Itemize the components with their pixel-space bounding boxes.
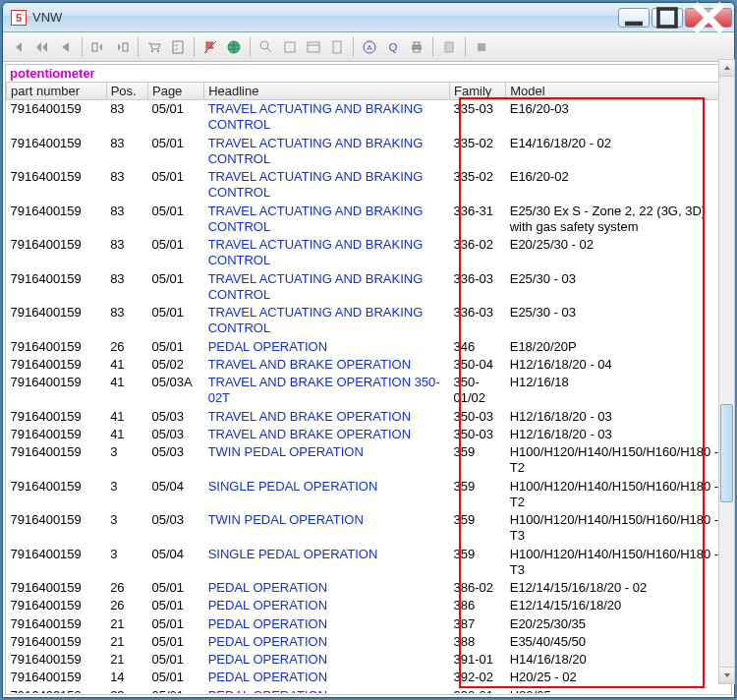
table-row[interactable]: 79164001598305/01TRAVEL ACTUATING AND BR… xyxy=(7,135,731,169)
minimize-button[interactable] xyxy=(618,8,650,28)
vertical-scrollbar[interactable] xyxy=(718,59,735,684)
svg-text:A: A xyxy=(367,43,372,52)
cell-pos: 3 xyxy=(106,511,147,546)
table-row[interactable]: 7916400159305/04SINGLE PEDAL OPERATION35… xyxy=(7,546,731,580)
note-icon[interactable] xyxy=(439,37,459,57)
table-row[interactable]: 79164001591405/01PEDAL OPERATION392-02H2… xyxy=(7,669,731,686)
cell-pos: 21 xyxy=(106,633,147,651)
svg-rect-23 xyxy=(445,42,453,52)
cell-pos: 83 xyxy=(106,270,147,305)
scroll-down-arrow[interactable] xyxy=(719,667,734,683)
cell-hl: TRAVEL ACTUATING AND BRAKING CONTROL xyxy=(204,135,450,169)
cell-fam: 350-01/02 xyxy=(450,374,506,408)
cell-pn: 7916400159 xyxy=(7,651,107,669)
checklist-icon[interactable] xyxy=(168,37,188,57)
maximize-button[interactable] xyxy=(652,8,683,28)
table-row[interactable]: 79164001594105/03TRAVEL AND BRAKE OPERAT… xyxy=(7,426,731,443)
search-term-label: potentiometer xyxy=(6,65,731,82)
stop-icon[interactable] xyxy=(472,37,491,57)
table-row[interactable]: 79164001592105/01PEDAL OPERATION387E20/2… xyxy=(7,615,731,633)
col-family[interactable]: Family xyxy=(450,83,506,100)
results-table: part number Pos. Page Headline Family Mo… xyxy=(6,82,731,693)
cart-icon[interactable] xyxy=(144,37,164,57)
table-row[interactable]: 79164001593305/01PEDAL OPERATION392-01H2… xyxy=(7,687,731,694)
cell-fam: 350-03 xyxy=(450,408,506,426)
flag-off-icon[interactable] xyxy=(200,37,220,57)
col-pos[interactable]: Pos. xyxy=(106,83,147,100)
cell-mod: E16/20-03 xyxy=(506,100,731,135)
table-row[interactable]: 79164001594105/03TRAVEL AND BRAKE OPERAT… xyxy=(7,408,731,426)
expand-icon[interactable] xyxy=(112,37,132,57)
cell-pn: 7916400159 xyxy=(7,426,107,443)
table-row[interactable]: 7916400159305/03TWIN PEDAL OPERATION359H… xyxy=(7,511,731,546)
svg-rect-16 xyxy=(333,41,341,53)
cell-pos: 83 xyxy=(106,304,147,338)
table-row[interactable]: 79164001594105/03ATRAVEL AND BRAKE OPERA… xyxy=(7,374,731,408)
cell-pos: 41 xyxy=(106,356,147,374)
collapse-icon[interactable] xyxy=(88,37,108,57)
cell-fam: 335-02 xyxy=(450,135,506,169)
scroll-up-arrow[interactable] xyxy=(719,60,734,77)
cell-fam: 359 xyxy=(450,546,506,580)
table-row[interactable]: 79164001592605/01PEDAL OPERATION386-02E1… xyxy=(7,579,731,597)
svg-rect-8 xyxy=(173,41,183,53)
table-row[interactable]: 79164001598305/01TRAVEL ACTUATING AND BR… xyxy=(7,304,731,338)
sheet-icon[interactable] xyxy=(327,37,347,57)
window-icon[interactable] xyxy=(304,37,323,57)
cell-fam: 388 xyxy=(450,633,506,651)
col-page[interactable]: Page xyxy=(147,83,203,100)
cell-hl: TRAVEL ACTUATING AND BRAKING CONTROL xyxy=(204,304,450,338)
table-row[interactable]: 79164001592105/01PEDAL OPERATION391-01H1… xyxy=(7,651,731,669)
cell-fam: 387 xyxy=(450,615,506,633)
zoom-icon[interactable] xyxy=(256,37,276,57)
table-row[interactable]: 79164001594105/02TRAVEL AND BRAKE OPERAT… xyxy=(7,356,731,374)
cell-fam: 386-02 xyxy=(450,579,506,597)
scroll-thumb[interactable] xyxy=(720,404,733,502)
cell-mod: E35/40/45/50 xyxy=(506,633,731,651)
cell-hl: TRAVEL AND BRAKE OPERATION 350-02T xyxy=(204,374,450,408)
nav-first-icon[interactable] xyxy=(9,37,28,57)
table-row[interactable]: 79164001592605/01PEDAL OPERATION346E18/2… xyxy=(7,338,731,356)
globe-icon[interactable] xyxy=(224,37,244,57)
cell-hl: SINGLE PEDAL OPERATION xyxy=(204,546,450,580)
table-row[interactable]: 79164001598305/01TRAVEL ACTUATING AND BR… xyxy=(7,100,731,135)
table-row[interactable]: 79164001592605/01PEDAL OPERATION386E12/1… xyxy=(7,597,731,614)
window-title: VNW xyxy=(32,10,618,25)
col-partnumber[interactable]: part number xyxy=(7,83,107,100)
col-model[interactable]: Model xyxy=(506,83,731,100)
print-icon[interactable] xyxy=(407,37,426,57)
close-button[interactable] xyxy=(685,8,732,28)
table-row[interactable]: 79164001598305/01TRAVEL ACTUATING AND BR… xyxy=(7,168,731,203)
svg-text:Q: Q xyxy=(389,41,398,53)
table-row[interactable]: 79164001598305/01TRAVEL ACTUATING AND BR… xyxy=(7,236,731,270)
fit-icon[interactable] xyxy=(280,37,300,57)
table-row[interactable]: 79164001598305/01TRAVEL ACTUATING AND BR… xyxy=(7,203,731,237)
cell-fam: 392-01 xyxy=(450,687,506,694)
cell-page: 05/01 xyxy=(147,203,203,237)
cell-hl: PEDAL OPERATION xyxy=(204,633,450,651)
nav-prev-icon[interactable] xyxy=(56,37,76,57)
cell-pos: 83 xyxy=(106,203,147,237)
window: 5 VNW A Q potentiometer xyxy=(2,2,735,698)
col-headline[interactable]: Headline xyxy=(204,83,450,100)
table-row[interactable]: 79164001592105/01PEDAL OPERATION388E35/4… xyxy=(7,633,731,651)
text-icon[interactable]: Q xyxy=(383,37,403,57)
svg-rect-21 xyxy=(414,42,420,45)
cell-mod: H12/16/18/20 - 03 xyxy=(506,426,731,443)
table-row[interactable]: 79164001598305/01TRAVEL ACTUATING AND BR… xyxy=(7,270,731,305)
select-a-icon[interactable]: A xyxy=(360,37,379,57)
table-row[interactable]: 7916400159305/04SINGLE PEDAL OPERATION35… xyxy=(7,478,731,512)
toolbar-separator xyxy=(353,37,354,57)
titlebar[interactable]: 5 VNW xyxy=(3,3,734,32)
cell-hl: TRAVEL ACTUATING AND BRAKING CONTROL xyxy=(204,270,450,305)
cell-hl: SINGLE PEDAL OPERATION xyxy=(204,478,450,512)
svg-rect-14 xyxy=(308,42,319,52)
cell-fam: 359 xyxy=(450,443,506,478)
nav-rewind-icon[interactable] xyxy=(32,37,52,57)
cell-pn: 7916400159 xyxy=(7,579,107,597)
cell-pos: 3 xyxy=(106,443,147,478)
cell-fam: 391-01 xyxy=(450,651,506,669)
toolbar-separator xyxy=(465,37,466,57)
svg-line-12 xyxy=(267,48,271,52)
table-row[interactable]: 7916400159305/03TWIN PEDAL OPERATION359H… xyxy=(7,443,731,478)
